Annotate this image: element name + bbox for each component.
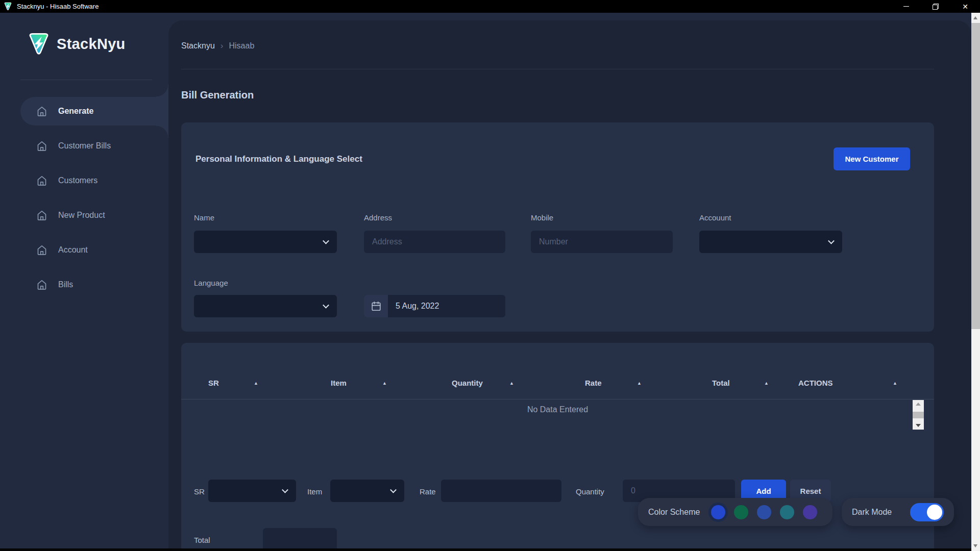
scrollbar-thumb[interactable] xyxy=(971,23,980,329)
sidebar-item-label: Bills xyxy=(58,280,73,289)
account-select[interactable] xyxy=(699,231,842,253)
title-bar: Stacknyu - Hisaab Software ✕ xyxy=(0,0,980,13)
header-divider xyxy=(181,69,934,69)
maximize-restore-button[interactable] xyxy=(921,0,950,13)
column-header-rate[interactable]: Rate xyxy=(585,379,602,387)
total-field xyxy=(263,528,337,551)
page-title: Bill Generation xyxy=(181,89,254,101)
item-label: Item xyxy=(307,487,322,496)
column-header-quantity[interactable]: Quantity xyxy=(452,379,483,387)
sort-icon[interactable]: ▲ xyxy=(637,381,642,386)
close-icon: ✕ xyxy=(962,3,968,11)
column-header-sr[interactable]: SR xyxy=(208,379,219,387)
sidebar-item-account[interactable]: Account xyxy=(0,236,168,264)
mobile-input[interactable] xyxy=(531,231,673,253)
sidebar-item-customers[interactable]: Customers xyxy=(0,166,168,195)
account-label: Accouunt xyxy=(699,213,731,222)
address-label: Address xyxy=(364,213,392,222)
restore-icon xyxy=(933,4,939,10)
scrollbar-thumb[interactable] xyxy=(913,412,924,418)
name-select[interactable] xyxy=(194,231,337,253)
sort-icon[interactable]: ▲ xyxy=(254,381,258,386)
brand-logo-icon xyxy=(27,32,51,56)
home-icon xyxy=(36,174,48,187)
color-swatch-steel-blue[interactable] xyxy=(757,505,771,519)
home-icon xyxy=(36,209,48,221)
total-label: Total xyxy=(194,536,210,544)
sr-select[interactable] xyxy=(208,480,296,502)
breadcrumb-separator-icon: › xyxy=(220,41,224,51)
rate-input[interactable] xyxy=(441,480,561,502)
column-header-total[interactable]: Total xyxy=(712,379,730,387)
language-label: Language xyxy=(194,279,228,287)
chevron-down-icon xyxy=(323,238,329,244)
breadcrumb-root[interactable]: Stacknyu xyxy=(181,41,215,51)
sidebar-item-new-product[interactable]: New Product xyxy=(0,201,168,230)
home-icon xyxy=(36,105,48,117)
minimize-icon xyxy=(903,6,909,7)
minimize-button[interactable] xyxy=(891,0,921,13)
column-header-actions[interactable]: ACTIONS xyxy=(798,379,833,387)
item-select[interactable] xyxy=(330,480,404,502)
table-scrollbar[interactable] xyxy=(913,400,924,430)
calendar-icon-cell[interactable] xyxy=(364,295,388,317)
window-title: Stacknyu - Hisaab Software xyxy=(17,3,99,10)
column-header-item[interactable]: Item xyxy=(331,379,347,387)
address-input[interactable] xyxy=(364,231,505,253)
sidebar-item-generate[interactable]: Generate xyxy=(0,97,168,126)
mobile-label: Mobile xyxy=(531,213,553,222)
sidebar-divider xyxy=(20,80,152,80)
color-swatch-purple[interactable] xyxy=(803,505,817,519)
scroll-up-icon[interactable] xyxy=(916,403,921,406)
language-select[interactable] xyxy=(194,295,337,317)
home-icon xyxy=(36,140,48,152)
sidebar-item-label: Account xyxy=(58,245,88,255)
toggle-knob xyxy=(927,505,942,520)
chevron-down-icon xyxy=(282,487,288,493)
chevron-down-icon xyxy=(323,302,329,309)
sidebar-item-label: New Product xyxy=(58,211,105,220)
color-scheme-panel: Color Scheme xyxy=(638,498,832,526)
new-customer-button[interactable]: New Customer xyxy=(834,147,910,170)
date-picker[interactable]: 5 Aug, 2022 xyxy=(364,295,505,317)
color-scheme-label: Color Scheme xyxy=(648,508,700,517)
chevron-down-icon xyxy=(828,238,835,244)
color-swatch-blue[interactable] xyxy=(711,505,725,519)
dark-mode-toggle[interactable] xyxy=(910,503,944,521)
scroll-up-icon[interactable] xyxy=(973,16,977,19)
window-scrollbar[interactable] xyxy=(971,13,980,551)
main-panel: Stacknyu › Hisaab Bill Generation Person… xyxy=(168,20,971,551)
color-swatch-green[interactable] xyxy=(734,505,748,519)
sort-icon[interactable]: ▲ xyxy=(382,381,387,386)
color-swatch-teal[interactable] xyxy=(780,505,794,519)
home-icon xyxy=(36,244,48,256)
quantity-label: Quantity xyxy=(576,487,604,496)
breadcrumb-current: Hisaab xyxy=(229,41,254,51)
date-value: 5 Aug, 2022 xyxy=(396,302,439,311)
sidebar-item-label: Generate xyxy=(58,107,93,116)
calendar-icon xyxy=(371,300,382,312)
name-label: Name xyxy=(194,213,214,222)
sidebar-nav: Generate Customer Bills Customers New Pr… xyxy=(0,97,168,305)
sort-icon[interactable]: ▲ xyxy=(893,381,897,386)
sidebar-item-label: Customer Bills xyxy=(58,141,111,151)
close-button[interactable]: ✕ xyxy=(950,0,980,13)
sort-icon[interactable]: ▲ xyxy=(764,381,769,386)
table-header-divider xyxy=(181,399,934,399)
window-bottom-edge xyxy=(0,548,971,551)
rate-label: Rate xyxy=(420,487,436,496)
sidebar-item-label: Customers xyxy=(58,176,97,185)
chevron-down-icon xyxy=(390,487,397,493)
scroll-down-icon[interactable] xyxy=(916,424,921,427)
sidebar-item-bills[interactable]: Bills xyxy=(0,270,168,299)
color-swatches xyxy=(711,505,817,519)
dark-mode-panel: Dark Mode xyxy=(842,498,954,526)
sr-label: SR xyxy=(194,487,205,496)
personal-info-card: Personal Information & Language Select N… xyxy=(181,122,934,332)
app-logo-icon xyxy=(4,2,12,11)
scroll-down-icon[interactable] xyxy=(973,544,977,547)
sidebar-item-customer-bills[interactable]: Customer Bills xyxy=(0,132,168,160)
dark-mode-label: Dark Mode xyxy=(852,508,892,517)
sidebar: StackNyu Generate Customer Bills Custome… xyxy=(0,13,168,551)
sort-icon[interactable]: ▲ xyxy=(509,381,514,386)
